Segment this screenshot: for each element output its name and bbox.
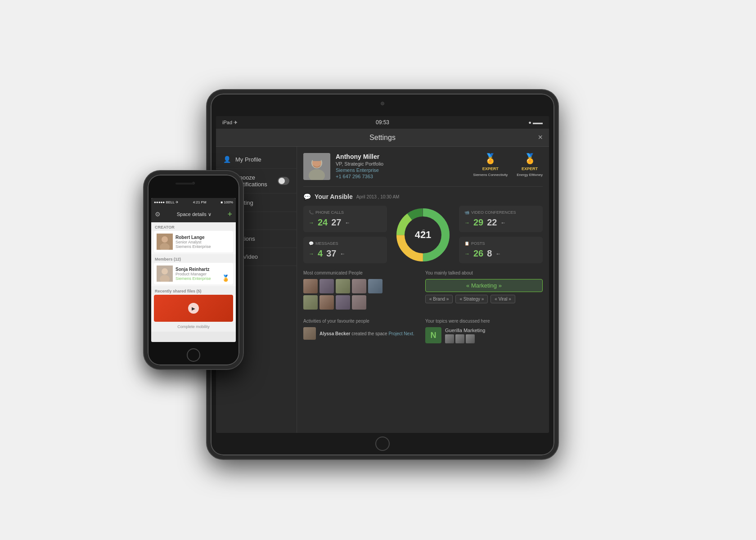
badge-energy: 🏅 Expert Energy Efitivney	[517, 153, 543, 177]
messages-numbers: → 4 37 ←	[309, 248, 382, 259]
settings-titlebar: Settings ×	[216, 129, 549, 147]
member-avatar	[157, 266, 173, 282]
stat-messages: 💬 Messages → 4 37 ←	[303, 237, 387, 263]
profile-phone: +1 647 296 7363	[336, 174, 464, 179]
activity-avatar	[303, 327, 316, 340]
creator-section-header: Creator	[151, 222, 236, 231]
iphone-gear-icon[interactable]: ⚙	[155, 211, 161, 218]
iphone-content: Creator Robert Lange Senior Analyst Siem…	[151, 222, 236, 332]
creator-card[interactable]: Robert Lange Senior Analyst Siemens Ente…	[154, 231, 233, 252]
posts-label: 📋 Posts	[464, 241, 537, 246]
member-info: Sonja Reinhartz Product Manager Siemens …	[176, 267, 211, 281]
most-communicated-section: Most commmunicated People	[303, 270, 421, 310]
iphone-time: 4:21 PM	[193, 200, 207, 204]
phone-calls-label: 📞 Phone Calls	[309, 210, 382, 215]
donut-chart: 🖨 421	[394, 206, 452, 264]
stat-posts: 📋 Posts → 26 8 ←	[459, 237, 543, 263]
member-card[interactable]: Sonja Reinhartz Product Manager Siemens …	[154, 263, 233, 284]
msg-out-count: 37	[326, 248, 336, 259]
activity-text: Alyssa Becker created the space Project …	[320, 331, 414, 336]
ipad-status-left: iPad ✈	[222, 120, 238, 126]
stat-video-conferences: 📹 Video Conferences → 29 22 ←	[459, 206, 543, 232]
video-icon: 📹	[464, 210, 469, 215]
iphone-home-button[interactable]	[187, 348, 200, 362]
svg-point-14	[162, 236, 168, 243]
iphone-space-title[interactable]: Space details ∨	[177, 212, 212, 217]
snooze-toggle[interactable]	[278, 177, 289, 185]
ipad-screen: iPad ✈ 09:53 ● ▬▬ Settings × 👤	[216, 116, 549, 433]
iphone-speaker	[176, 183, 194, 184]
activities-section: Activities of your favourite people Alys…	[303, 319, 421, 343]
play-button[interactable]: ▶	[188, 303, 199, 314]
arrow-in-msg: →	[309, 251, 314, 257]
arrow-out-video: ←	[501, 220, 506, 226]
close-button[interactable]: ×	[538, 133, 543, 142]
settings-title: Settings	[369, 134, 396, 142]
donut-number-value: 421	[415, 229, 432, 240]
profile-company: Siemens Enterprise	[336, 167, 464, 173]
arrow-in-phone: →	[309, 220, 314, 226]
stats-grid: 📞 Phone Calls → 24 27 ←	[303, 206, 543, 264]
post-icon: 📋	[464, 241, 469, 246]
badge-title-2: Expert	[522, 166, 538, 171]
activity-action: created the space	[351, 331, 388, 336]
stats-left: 📞 Phone Calls → 24 27 ←	[303, 206, 387, 264]
activity-subject: Project Next.	[388, 331, 414, 336]
video-label: 📹 Video Conferences	[464, 210, 537, 215]
arrow-out-msg: ←	[340, 251, 345, 257]
topic-tag-brand: « Brand »	[425, 295, 453, 303]
ansible-title: Your Ansible	[315, 193, 353, 200]
discussed-info: Guerilla Marketing	[445, 328, 485, 343]
discussed-item: N Guerilla Marketing	[425, 327, 543, 343]
person-avatar-4	[352, 279, 366, 293]
topic-tag-viral: « Viral »	[490, 295, 515, 303]
posts-out-count: 8	[487, 248, 492, 259]
activities-title: Activities of your favourite people	[303, 319, 421, 324]
disc-av-3	[466, 334, 475, 343]
arrow-in-video: →	[464, 220, 470, 226]
topic-tags: « Brand » « Strategy » « Viral »	[425, 295, 543, 303]
settings-modal: Settings × 👤 My Profile 🔔	[216, 129, 549, 433]
settings-body: 👤 My Profile 🔔 Snooze Notifications ↗	[216, 147, 549, 433]
ansible-date: April 2013 , 10:30 AM	[356, 194, 400, 199]
person-avatar-1	[303, 279, 318, 293]
profile-section: Anthony Miller VP, Strategic Portfolio S…	[303, 153, 543, 187]
video-out-count: 22	[487, 217, 497, 228]
topics-title: You mainly talked about	[425, 270, 543, 275]
files-preview[interactable]: ▶	[154, 295, 233, 322]
svg-rect-5	[312, 158, 321, 161]
svg-point-17	[162, 268, 168, 274]
person-avatar-7	[320, 295, 334, 310]
video-numbers: → 29 22 ←	[464, 217, 537, 228]
avatar-image	[303, 153, 330, 180]
members-section-header: Members (12)	[151, 254, 236, 263]
person-avatar-6	[303, 295, 318, 310]
topic-main-tag: « Marketing »	[425, 279, 543, 292]
creator-avatar	[157, 234, 173, 250]
profile-title: VP, Strategic Portfolio	[336, 161, 464, 166]
iphone-statusbar: ●●●●● BELL ✈ 4:21 PM ■ 100%	[151, 198, 236, 206]
badge-icon-2: 🏅	[524, 153, 536, 165]
sidebar-item-my-profile[interactable]: 👤 My Profile	[216, 150, 297, 169]
menu-label-my-profile: My Profile	[235, 156, 261, 163]
messages-label: 💬 Messages	[309, 241, 382, 246]
complete-mobility-label: Complete mobility	[151, 322, 236, 332]
activity-item: Alyssa Becker created the space Project …	[303, 327, 421, 340]
discussed-title: Your topics were discussed here	[425, 319, 543, 324]
member-job-title: Product Manager	[176, 272, 211, 276]
discussed-logo: N	[425, 327, 441, 343]
person-avatar-9	[352, 295, 366, 310]
ipad-home-button[interactable]	[375, 436, 390, 451]
profile-name: Anthony Miller	[336, 153, 464, 160]
activity-person-name: Alyssa Becker	[320, 331, 350, 336]
phone-out-count: 27	[331, 217, 341, 228]
ipad-device: iPad ✈ 09:53 ● ▬▬ Settings × 👤	[207, 90, 558, 459]
iphone-add-button[interactable]: +	[227, 210, 232, 219]
posts-in-count: 26	[473, 248, 483, 259]
arrow-out-phone: ←	[345, 220, 351, 226]
discussed-avatars	[445, 334, 485, 343]
topic-tag-strategy: « Strategy »	[455, 295, 488, 303]
ansible-chat-icon: 💬	[303, 193, 311, 200]
creator-name: Robert Lange	[176, 235, 211, 240]
person-avatar-5	[368, 279, 382, 293]
